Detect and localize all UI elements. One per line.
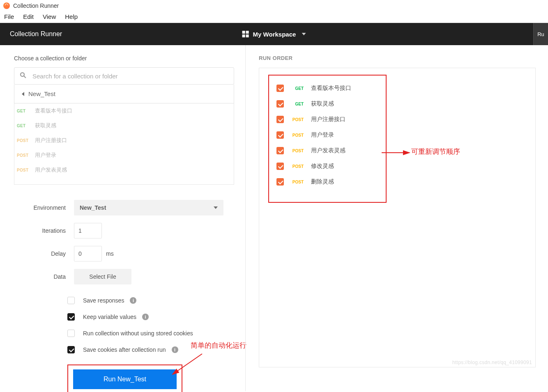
keep-vars-checkbox[interactable] [67, 313, 75, 321]
search-icon [19, 71, 27, 80]
request-row[interactable]: POST用户注册接口 [14, 133, 234, 148]
run-order-row[interactable]: GET查看版本号接口 [276, 80, 378, 96]
menu-edit[interactable]: Edit [21, 12, 35, 21]
chevron-down-icon [302, 33, 306, 35]
run-order-row[interactable]: GET获取灵感 [276, 96, 378, 112]
info-icon[interactable]: i [142, 314, 149, 320]
menubar: File Edit View Help [0, 11, 548, 23]
data-label: Data [26, 273, 74, 280]
row-checkbox[interactable] [276, 178, 284, 186]
method-badge: GET [291, 86, 304, 91]
method-badge: POST [17, 168, 29, 172]
request-row[interactable]: POST用户登录 [14, 148, 234, 163]
row-checkbox[interactable] [276, 85, 284, 92]
environment-select[interactable]: New_Test [74, 200, 223, 215]
method-badge: POST [291, 164, 304, 169]
svg-line-2 [173, 354, 202, 374]
run-order-row[interactable]: POST修改灵感 [276, 158, 378, 174]
search-input[interactable] [32, 73, 229, 80]
info-icon[interactable]: i [130, 297, 136, 304]
request-name: 查看版本号接口 [35, 107, 72, 115]
method-badge: POST [17, 138, 29, 143]
iterations-input[interactable] [74, 223, 102, 238]
workspace-selector[interactable]: My Workspace [242, 31, 306, 38]
annotation-label-2: 可重新调节顺序 [411, 147, 460, 156]
request-name: 获取灵感 [311, 100, 334, 108]
collection-header[interactable]: New_Test [14, 85, 234, 103]
run-order-highlight: GET查看版本号接口GET获取灵感POST用户注册接口POST用户登录POST用… [268, 75, 387, 203]
search-box[interactable] [14, 67, 234, 85]
request-name: 用户注册接口 [35, 137, 67, 144]
requests-list[interactable]: GET查看版本号接口GET获取灵感POST用户注册接口POST用户登录POST用… [14, 103, 234, 185]
method-badge: POST [291, 117, 304, 122]
caret-left-icon [22, 92, 24, 96]
environment-label: Environment [26, 204, 74, 211]
watermark: https://blog.csdn.net/qq_41099091 [452, 360, 532, 365]
svg-line-1 [24, 76, 26, 78]
method-badge: POST [17, 153, 29, 158]
right-pane: RUN ORDER GET查看版本号接口GET获取灵感POST用户注册接口POS… [246, 45, 548, 391]
run-order-row[interactable]: POST用户发表灵感 [276, 143, 378, 158]
no-cookies-checkbox[interactable] [67, 330, 75, 337]
method-badge: GET [291, 102, 304, 106]
header-right-button[interactable]: Ru [533, 23, 548, 45]
run-order-box: GET查看版本号接口GET获取灵感POST用户注册接口POST用户登录POST用… [259, 68, 536, 367]
run-order-title: RUN ORDER [259, 55, 292, 61]
postman-icon [3, 2, 10, 9]
menu-help[interactable]: Help [63, 12, 79, 21]
row-checkbox[interactable] [276, 163, 284, 170]
pane-divider[interactable] [245, 45, 246, 391]
run-order-row[interactable]: POST用户注册接口 [276, 112, 378, 127]
workspace-label: My Workspace [253, 31, 296, 38]
request-name: 删除灵感 [311, 178, 334, 186]
request-name: 用户登录 [35, 151, 56, 159]
row-checkbox[interactable] [276, 116, 284, 123]
collection-name: New_Test [28, 90, 55, 97]
choose-label: Choose a collection or folder [14, 55, 234, 62]
no-cookies-label: Run collection without using stored cook… [83, 330, 193, 337]
method-badge: POST [291, 180, 304, 184]
svg-point-0 [21, 73, 24, 76]
request-row[interactable]: POST用户发表灵感 [14, 163, 234, 177]
request-name: 用户注册接口 [311, 116, 345, 123]
request-name: 查看版本号接口 [311, 85, 351, 92]
header-title: Collection Runner [10, 30, 62, 38]
titlebar: Collection Runner [0, 0, 548, 11]
menu-file[interactable]: File [2, 12, 16, 21]
request-name: 用户发表灵感 [35, 166, 67, 174]
environment-value: New_Test [80, 204, 106, 211]
dark-header: Collection Runner My Workspace Ru [0, 23, 548, 45]
iterations-label: Iterations [26, 227, 74, 234]
save-cookies-checkbox[interactable] [67, 346, 75, 353]
row-checkbox[interactable] [276, 100, 284, 108]
run-button[interactable]: Run New_Test [73, 369, 177, 389]
run-order-row[interactable]: POST用户登录 [276, 127, 378, 143]
menu-view[interactable]: View [41, 12, 58, 21]
save-cookies-label: Save cookies after collection run [83, 346, 166, 353]
request-row[interactable]: GET查看版本号接口 [14, 103, 234, 118]
run-order-row[interactable]: POST删除灵感 [276, 174, 378, 190]
request-row[interactable]: GET获取灵感 [14, 118, 234, 133]
save-responses-label: Save responses [83, 297, 124, 304]
keep-vars-label: Keep variable values [83, 314, 136, 320]
method-badge: POST [291, 133, 304, 138]
save-responses-checkbox[interactable] [67, 297, 75, 304]
chevron-down-icon [214, 206, 218, 209]
select-file-button[interactable]: Select File [74, 269, 131, 284]
delay-unit: ms [106, 250, 114, 257]
row-checkbox[interactable] [276, 147, 284, 154]
method-badge: POST [291, 149, 304, 153]
request-name: 获取灵感 [35, 122, 56, 129]
run-button-highlight: Run New_Test [67, 364, 182, 392]
left-pane: Choose a collection or folder New_Test G… [0, 45, 246, 391]
method-badge: GET [17, 124, 29, 128]
workspace-icon [242, 31, 249, 37]
request-name: 用户发表灵感 [311, 147, 345, 154]
row-checkbox[interactable] [276, 131, 284, 139]
request-name: 修改灵感 [311, 163, 334, 170]
delay-label: Delay [26, 250, 74, 257]
request-name: 用户登录 [311, 131, 334, 139]
delay-input[interactable] [74, 246, 102, 261]
method-badge: GET [17, 109, 29, 113]
window-title: Collection Runner [13, 2, 59, 9]
